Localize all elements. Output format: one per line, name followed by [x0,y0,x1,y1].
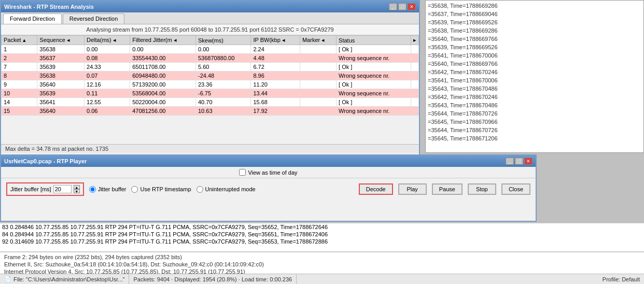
close-window-button[interactable]: ✕ [408,3,416,10]
uninterrupted-radio-label[interactable]: Uninterrupted mode [205,186,256,192]
table-row[interactable]: 10356390.1153568004.00-6.7513.44Wrong se… [2,89,419,98]
col-skew[interactable]: Skew(ms) [195,36,250,45]
view-as-time-area: View as time of day [239,169,297,176]
bottom-area: 83 0.284846 10.77.255.85 10.77.255.91 RT… [0,223,644,275]
tab-bar: Forward Direction Reversed Direction [1,12,419,24]
rtp-player-controls: _ □ ✕ [506,158,533,165]
jitter-down-button[interactable]: ▼ [74,189,80,193]
minimize-button[interactable]: _ [389,3,397,10]
rtp-stream-title: Wireshark - RTP Stream Analysis [4,4,94,10]
play-button[interactable]: Play [398,183,427,195]
uninterrupted-radio-group: Uninterrupted mode [197,186,256,193]
jitter-buffer-radio-label[interactable]: Jitter buffer [98,186,127,192]
jitter-spinner: ▲ ▼ [74,185,80,193]
jitter-up-button[interactable]: ▲ [74,185,80,189]
table-row[interactable]: 8356380.0760948480.00-24.488.96Wrong seq… [2,72,419,80]
col-packet[interactable]: Packet ▴ [2,36,37,45]
rtp-player-maximize[interactable]: □ [515,158,523,165]
stream-table-container[interactable]: Packet ▴ Sequence ◂ Delta(ms) ◂ Filtered… [1,35,419,144]
jitter-buffer-group: Jitter buffer [ms] ▲ ▼ [6,182,84,196]
rtp-player-window: UsrNetCap0.pcap - RTP Player _ □ ✕ View … [0,154,537,222]
table-row[interactable]: 15356400.0647081256.0010.6317.92Wrong se… [2,107,419,116]
packet-list-row[interactable]: 84 0.284944 10.77.255.85 10.77.255.91 RT… [0,231,644,238]
jitter-input[interactable] [53,185,72,193]
stream-info: Analysing stream from 10.77.255.85 port … [1,24,419,35]
packet-list-row[interactable]: 83 0.284846 10.77.255.85 10.77.255.91 RT… [0,223,644,231]
right-panel-line: =35639, Time=1788669526 [428,43,641,51]
titlebar-controls: _ □ ✕ [389,3,416,10]
col-jitter[interactable]: Filtered Jitter(m ◂ [130,36,196,45]
table-row[interactable]: 93564012.1657139200.0023.3611.20[ Ok ] [2,80,419,89]
col-delta[interactable]: Delta(ms) ◂ [85,36,130,45]
decode-button[interactable]: Decode [359,183,393,195]
right-panel-content: =35638, Time=1788669286=35637, Time=1788… [426,1,643,144]
right-panel-line: =35638, Time=1788669286 [428,2,641,10]
statusbar-packets: Packets: 9404 · Displayed: 1954 (20.8%) … [129,274,297,284]
stream-table: Packet ▴ Sequence ◂ Delta(ms) ◂ Filtered… [1,35,419,116]
file-icon: 📄 [4,276,11,282]
right-panel-line: =35643, Time=1788670486 [428,84,641,93]
col-status: Status [337,36,411,45]
table-row[interactable]: 143564112.5550220004.0040.7015.68[ Ok ] [2,98,419,107]
right-panel-line: =35645, Time=1788670966 [428,118,641,126]
right-panel-line: =35644, Time=1788670726 [428,109,641,118]
jitter-buffer-radio[interactable] [89,186,96,193]
tab-forward[interactable]: Forward Direction [3,13,62,24]
right-panel-line: =35637, Time=1788669046 [428,10,641,18]
right-panel-line: =35639, Time=1788669526 [428,18,641,26]
player-top-bar: View as time of day [1,167,536,178]
rtp-timestamp-radio[interactable] [131,186,138,193]
table-row[interactable]: 1356380.000.000.002.24[ Ok ] [2,45,419,54]
rtp-stream-window: Wireshark - RTP Stream Analysis _ □ ✕ Fo… [0,0,420,155]
view-as-time-checkbox[interactable] [239,169,246,176]
tab-reversed[interactable]: Reversed Direction [63,13,125,24]
right-panel-line: =35643, Time=1788670486 [428,101,641,109]
file-label: File: "C:\Users\Administrator\Desktop\Us… [13,276,124,282]
rtp-player-title: UsrNetCap0.pcap - RTP Player [4,158,87,164]
statusbar-profile: Profile: Default [598,274,644,284]
col-sequence[interactable]: Sequence ◂ [37,36,85,45]
stream-footer: Max delta = 34.78 ms at packet no. 1735 [1,144,419,153]
col-bw[interactable]: IP BW(kbp ◂ [251,36,300,45]
close-player-button[interactable]: Close [501,183,530,195]
right-panel-line: =35640, Time=1788669766 [428,60,641,68]
jitter-label: Jitter buffer [ms] [10,186,51,192]
pause-button[interactable]: Pause [432,183,463,195]
packet-list: 83 0.284846 10.77.255.85 10.77.255.91 RT… [0,223,644,252]
player-controls: Jitter buffer [ms] ▲ ▼ Jitter buffer Use… [1,178,536,200]
jitter-buffer-radio-group: Jitter buffer [89,186,127,193]
right-panel-line: =35638, Time=1788669286 [428,26,641,35]
statusbar-file: 📄 File: "C:\Users\Administrator\Desktop\… [0,274,129,284]
view-as-time-label[interactable]: View as time of day [248,169,297,176]
rtp-timestamp-radio-label[interactable]: Use RTP timestamp [140,186,191,192]
packet-list-row[interactable]: 92 0.314609 10.77.255.85 10.77.255.91 RT… [0,238,644,245]
rtp-stream-titlebar: Wireshark - RTP Stream Analysis _ □ ✕ [1,1,419,12]
right-panel-line: =35641, Time=1788670006 [428,76,641,84]
right-panel-line: =35640, Time=1788669766 [428,35,641,43]
rtp-player-minimize[interactable]: _ [506,158,514,165]
right-panel-line: =35642, Time=1788670246 [428,93,641,101]
statusbar: 📄 File: "C:\Users\Administrator\Desktop\… [0,274,644,284]
table-row[interactable]: 73563924.3365011708.005.606.72[ Ok ] [2,63,419,72]
rtp-player-titlebar: UsrNetCap0.pcap - RTP Player _ □ ✕ [1,155,536,167]
right-panel-line: =35642, Time=1788670246 [428,68,641,76]
right-panel: =35638, Time=1788669286=35637, Time=1788… [425,0,644,153]
uninterrupted-radio[interactable] [197,186,203,193]
rtp-player-close-btn[interactable]: ✕ [524,158,533,165]
table-row[interactable]: 2356370.0833554430.00536870880.004.48Wro… [2,54,419,63]
maximize-button[interactable]: □ [398,3,407,10]
stop-button[interactable]: Stop [468,183,496,195]
right-panel-line: =35641, Time=1788670006 [428,51,641,60]
packet-detail-row: Ethernet II, Src: Suzhouke_0a:54:18 (00:… [2,261,642,268]
col-marker[interactable]: Marker ◂ [300,36,336,45]
right-panel-line: =35645, Time=1788671206 [428,134,641,143]
col-extra: ▸ [411,36,419,45]
profile-label: Profile: Default [603,276,640,282]
rtp-timestamp-radio-group: Use RTP timestamp [131,186,191,193]
packet-detail-row: Frame 2: 294 bytes on wire (2352 bits), … [2,253,642,261]
right-panel-line: =35644, Time=1788670726 [428,126,641,134]
